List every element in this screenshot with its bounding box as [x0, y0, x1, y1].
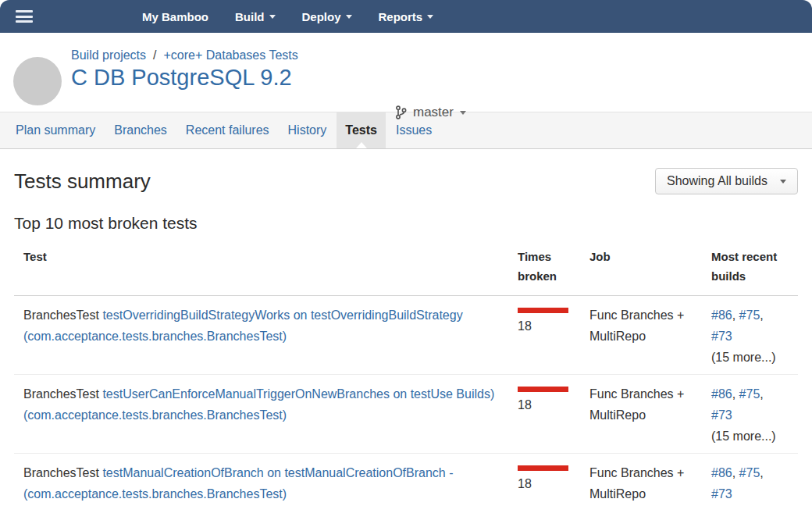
col-header-job: Job — [589, 247, 711, 286]
tab-recent-failures[interactable]: Recent failures — [177, 112, 278, 148]
build-link[interactable]: #86 — [711, 466, 732, 479]
build-link[interactable]: #73 — [711, 330, 732, 343]
build-separator: , — [760, 308, 763, 322]
nav-items: My Bamboo Build Deploy Reports — [142, 10, 433, 23]
build-separator: , — [760, 466, 763, 479]
times-broken-cell: 18 — [518, 305, 589, 368]
chevron-down-icon — [780, 180, 786, 184]
broken-tests-table: Test Times broken Job Most recent builds… — [14, 247, 798, 506]
recent-builds-cell: #86, #75, #73 (15 more...) — [711, 462, 798, 506]
nav-item-deploy[interactable]: Deploy — [302, 10, 352, 23]
tab-label: Recent failures — [186, 123, 269, 137]
nav-item-label: My Bamboo — [142, 10, 208, 23]
times-broken-bar — [518, 465, 568, 471]
breadcrumb-project[interactable]: +core+ Databases Tests — [164, 48, 298, 62]
page-title: C DB PostgreSQL 9.2 — [71, 65, 292, 91]
build-link[interactable]: #75 — [739, 308, 760, 322]
build-separator: , — [732, 466, 739, 479]
tab-label: Plan summary — [16, 123, 95, 137]
nav-item-label: Deploy — [302, 10, 341, 23]
more-builds-label: (15 more...) — [711, 426, 787, 447]
times-broken-cell: 18 — [518, 383, 589, 447]
build-link[interactable]: #86 — [711, 308, 732, 322]
builds-filter-label: Showing All builds — [667, 174, 767, 188]
table-row: BranchesTest testUserCanEnforceManualTri… — [14, 375, 798, 454]
chevron-down-icon — [427, 15, 433, 19]
tab-label: Issues — [396, 123, 432, 137]
build-link[interactable]: #73 — [711, 487, 732, 501]
broken-tests-subheading: Top 10 most broken tests — [14, 214, 798, 233]
test-class-label: BranchesTest — [23, 387, 102, 401]
table-header-row: Test Times broken Job Most recent builds — [14, 247, 798, 296]
build-separator: , — [732, 308, 739, 322]
more-builds-label: (15 more...) — [711, 347, 787, 368]
col-header-most-recent-builds: Most recent builds — [711, 247, 798, 286]
job-cell: Func Branches + MultiRepo — [589, 383, 711, 447]
test-name-cell: BranchesTest testUserCanEnforceManualTri… — [23, 383, 518, 447]
build-link[interactable]: #86 — [711, 387, 732, 401]
chevron-down-icon — [269, 15, 276, 19]
recent-builds-cell: #86, #75, #73 (15 more...) — [711, 383, 798, 447]
tab-issues[interactable]: Issues — [387, 112, 440, 148]
times-broken-value: 18 — [518, 473, 579, 494]
plan-avatar — [13, 57, 62, 105]
breadcrumb: Build projects/+core+ Databases Tests — [71, 48, 298, 62]
plan-tabs: Plan summary Branches Recent failures Hi… — [0, 112, 812, 149]
test-name-cell: BranchesTest testManualCreationOfBranch … — [23, 462, 518, 506]
breadcrumb-build-projects[interactable]: Build projects — [71, 48, 146, 62]
chevron-down-icon — [346, 15, 352, 19]
tab-label: Tests — [345, 123, 377, 137]
build-link[interactable]: #75 — [739, 466, 760, 479]
table-row: BranchesTest testOverridingBuildStrategy… — [14, 296, 798, 375]
times-broken-bar — [518, 387, 568, 392]
col-header-test: Test — [23, 247, 518, 286]
chevron-down-icon — [460, 111, 466, 115]
tab-label: Branches — [114, 123, 167, 137]
tests-summary-heading: Tests summary — [14, 169, 151, 194]
build-separator: , — [760, 387, 763, 401]
nav-item-build[interactable]: Build — [235, 10, 276, 23]
recent-builds-cell: #86, #75, #73 (15 more...) — [711, 305, 798, 368]
plan-header: Build projects/+core+ Databases Tests C … — [0, 33, 812, 112]
bamboo-page: My Bamboo Build Deploy Reports Build pro… — [0, 0, 812, 506]
tab-plan-summary[interactable]: Plan summary — [7, 112, 104, 148]
builds-filter-button[interactable]: Showing All builds — [655, 168, 798, 194]
tab-label: History — [288, 123, 327, 137]
times-broken-value: 18 — [518, 315, 579, 337]
test-name-cell: BranchesTest testOverridingBuildStrategy… — [23, 305, 518, 368]
job-cell: Func Branches + MultiRepo — [589, 462, 711, 506]
breadcrumb-separator: / — [153, 48, 156, 62]
tab-history[interactable]: History — [280, 112, 336, 148]
build-link[interactable]: #75 — [739, 387, 760, 401]
top-navbar: My Bamboo Build Deploy Reports — [0, 0, 812, 33]
nav-item-label: Build — [235, 10, 265, 23]
build-separator: , — [732, 387, 739, 401]
times-broken-value: 18 — [518, 394, 579, 415]
tab-tests[interactable]: Tests — [337, 112, 386, 148]
test-class-label: BranchesTest — [23, 466, 102, 479]
active-tab-notch — [356, 142, 367, 148]
hamburger-menu-icon[interactable] — [16, 10, 33, 23]
tab-branches[interactable]: Branches — [105, 112, 176, 148]
nav-item-reports[interactable]: Reports — [379, 10, 434, 23]
nav-item-label: Reports — [379, 10, 423, 23]
build-link[interactable]: #73 — [711, 408, 732, 422]
test-class-label: BranchesTest — [23, 308, 102, 322]
col-header-times-broken: Times broken — [518, 247, 589, 286]
main-content: Tests summary Showing All builds Top 10 … — [0, 168, 812, 506]
job-cell: Func Branches + MultiRepo — [589, 305, 711, 368]
table-row: BranchesTest testManualCreationOfBranch … — [14, 454, 798, 506]
times-broken-cell: 18 — [518, 462, 589, 506]
nav-item-my-bamboo[interactable]: My Bamboo — [142, 10, 208, 23]
times-broken-bar — [518, 308, 568, 313]
